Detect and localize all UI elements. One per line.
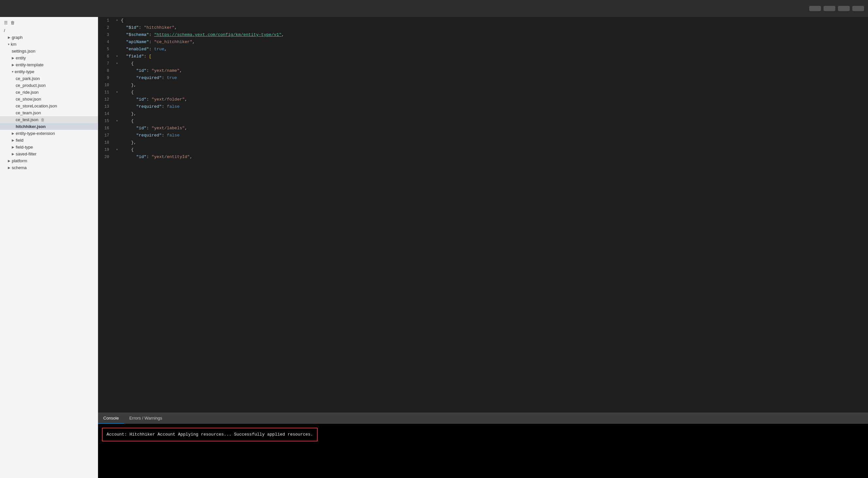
sidebar-item-ce_test[interactable]: ce_test.json🗑 [0,116,98,123]
show-diff-button[interactable] [838,6,850,11]
line-number: 6 [98,53,114,60]
sidebar-item-ce_team[interactable]: ce_team.json [0,109,98,116]
apply-button[interactable] [852,6,864,11]
sidebar-item-ce_ride[interactable]: ce_ride.json [0,89,98,96]
line-number: 3 [98,31,114,38]
sidebar-item-settings-json[interactable]: settings.json [0,48,98,55]
line-number: 15 [98,117,114,125]
file-tree-sidebar: ☰ 🗑 /▶graph▾kmsettings.json▶entity▶entit… [0,17,98,478]
line-content: "field": [ [120,53,868,60]
line-number: 19 [98,146,114,153]
sidebar-item-platform[interactable]: ▶platform [0,158,98,164]
sidebar-item-graph[interactable]: ▶graph [0,34,98,41]
sidebar-item-entity-type-extension[interactable]: ▶entity-type-extension [0,130,98,137]
toolbar [0,0,868,17]
line-content: "required": false [120,103,868,110]
sidebar-item-schema[interactable]: ▶schema [0,164,98,171]
sidebar-item-field[interactable]: ▶field [0,137,98,144]
line-content: { [120,17,868,24]
tree-item-label: entity [16,56,26,60]
line-number: 14 [98,110,114,117]
tree-item-label: platform [12,158,27,163]
sidebar-item-field-type[interactable]: ▶field-type [0,144,98,150]
fold-icon[interactable]: ▾ [114,146,120,153]
sidebar-item-saved-filter[interactable]: ▶saved-filter [0,150,98,158]
tree-item-label: entity-type-extension [16,131,55,136]
sidebar-item-ce_show[interactable]: ce_show.json [0,96,98,103]
delete-icon[interactable]: 🗑 [41,117,45,122]
folder-icon: ▶ [12,145,14,149]
code-line: 6▾ "field": [ [98,53,868,60]
tree-item-label: saved-filter [16,151,37,157]
code-line: 3 "$schema": "https://schema.yext.com/co… [98,31,868,38]
console-tabs: ConsoleErrors / Warnings [98,413,868,424]
sidebar-top-toolbar: ☰ 🗑 [0,18,98,27]
folder-icon: ▾ [8,42,9,46]
folder-icon: ▶ [12,63,14,67]
code-line: 8 "id": "yext/name", [98,67,868,74]
sidebar-item-entity-template[interactable]: ▶entity-template [0,61,98,68]
sidebar-item-entity[interactable]: ▶entity [0,55,98,61]
line-number: 20 [98,153,114,161]
code-line: 7▾ { [98,60,868,67]
sidebar-item-ce_product[interactable]: ce_product.json [0,82,98,89]
line-content: "$id": "hitchhiker", [120,24,868,31]
tree-item-label: ce_team.json [16,110,41,115]
tree-item-label: field-type [16,145,33,149]
code-line: 2 "$id": "hitchhiker", [98,24,868,31]
code-line: 5 "enabled": true, [98,46,868,53]
line-content: { [120,117,868,125]
folder-icon: ▶ [12,138,14,142]
sidebar-item-ce_park[interactable]: ce_park.json [0,75,98,82]
code-line: 11▾ { [98,89,868,96]
line-content: }, [120,81,868,89]
folder-icon: ▶ [8,36,10,39]
fold-icon[interactable]: ▾ [114,53,120,60]
line-number: 8 [98,67,114,74]
sidebar-item-hitchhiker[interactable]: hitchhiker.json [0,123,98,130]
tree-item-label: ce_product.json [16,83,46,88]
fold-icon[interactable]: ▾ [114,117,120,125]
editor-area: 1▾{2 "$id": "hitchhiker",3 "$schema": "h… [98,17,868,478]
line-number: 4 [98,38,114,46]
folder-icon: ▶ [12,56,14,60]
add-resource-button[interactable] [824,6,835,11]
sidebar-item-km[interactable]: ▾km [0,41,98,48]
line-content: "id": "yext/labels", [120,125,868,132]
line-content: { [120,146,868,153]
line-number: 1 [98,17,114,24]
sidebar-item-ce_storeLocation[interactable]: ce_storeLocation.json [0,103,98,109]
console-tab-errors---warnings[interactable]: Errors / Warnings [124,413,168,424]
code-line: 4 "apiName": "ce_hitchhiker", [98,38,868,46]
main-area: ☰ 🗑 /▶graph▾kmsettings.json▶entity▶entit… [0,17,868,478]
line-number: 16 [98,125,114,132]
console-tab-console[interactable]: Console [98,413,124,424]
sidebar-item-entity-type[interactable]: ▾entity-type [0,68,98,75]
line-content: }, [120,110,868,117]
code-line: 17 "required": false [98,132,868,139]
fold-icon[interactable]: ▾ [114,60,120,67]
list-icon: ☰ [4,20,8,25]
trash-icon: 🗑 [10,20,15,25]
tree-item-label: schema [12,165,27,170]
settings-button[interactable] [809,6,821,11]
fold-icon[interactable]: ▾ [114,17,120,24]
folder-icon: ▶ [8,166,10,169]
code-line: 15▾ { [98,117,868,125]
code-line: 10 }, [98,81,868,89]
fold-icon[interactable]: ▾ [114,89,120,96]
line-content: "apiName": "ce_hitchhiker", [120,38,868,46]
line-content: { [120,89,868,96]
code-line: 19▾ { [98,146,868,153]
line-number: 7 [98,60,114,67]
tree-item-label: hitchhiker.json [16,124,46,129]
code-line: 13 "required": false [98,103,868,110]
code-editor[interactable]: 1▾{2 "$id": "hitchhiker",3 "$schema": "h… [98,17,868,413]
sidebar-item-root[interactable]: / [0,27,98,34]
tree-item-label: entity-type [15,69,34,74]
tree-item-label: settings.json [12,49,35,54]
code-line: 18 }, [98,139,868,146]
code-line: 16 "id": "yext/labels", [98,125,868,132]
tree-item-label: / [4,28,5,33]
folder-icon: ▶ [12,152,14,156]
